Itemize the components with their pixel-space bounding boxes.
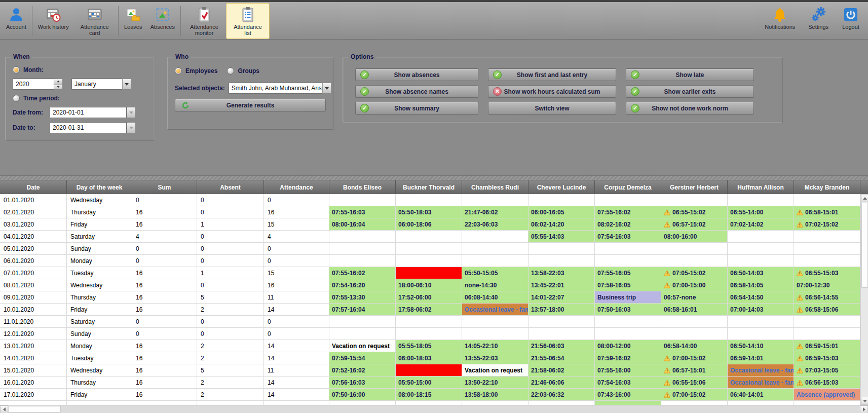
- show-not-done-work-norm-button[interactable]: Show not done work norm: [626, 102, 754, 115]
- toolbar-button-logout[interactable]: Logout: [838, 3, 864, 39]
- option-button-label: Show earlier exits: [664, 88, 715, 95]
- cell-employee-corpuz-demelza: [595, 401, 661, 405]
- column-header-buckner-thorvald[interactable]: Buckner Thorvald: [396, 180, 462, 194]
- refresh-icon: [181, 101, 190, 109]
- switch-view-button[interactable]: Switch view: [488, 102, 616, 115]
- cell-absent: 1: [197, 218, 264, 230]
- cell-date: 07.01.2020: [0, 267, 67, 279]
- toolbar-button-work-history[interactable]: Work history: [34, 3, 73, 39]
- show-absences-button[interactable]: Show absences: [355, 68, 478, 81]
- cell-attendance: 14: [264, 340, 329, 352]
- column-header-mckay-branden[interactable]: Mckay Branden: [794, 180, 860, 194]
- cell-employee-corpuz-demelza: 07:55-16:05: [595, 267, 661, 279]
- cell-text: 06:00-16:05: [531, 209, 564, 216]
- scroll-right-button[interactable]: [860, 405, 868, 413]
- cell-sum: 16: [132, 340, 197, 352]
- cell-employee-chevere-lucinde: [529, 401, 595, 405]
- scroll-left-button[interactable]: [0, 405, 8, 413]
- cell-text: 07:50-16:03: [597, 306, 630, 313]
- month-radio[interactable]: [13, 66, 20, 73]
- cell-employee-corpuz-demelza: [595, 243, 661, 254]
- month-select-arrow[interactable]: [122, 79, 131, 90]
- column-header-attendance[interactable]: Attendance: [264, 180, 329, 194]
- cell-text: 17:58-06:02: [398, 306, 431, 313]
- cell-employee-mckay-branden: 06:58-15:01: [794, 206, 860, 218]
- horizontal-scroll-thumb[interactable]: [9, 406, 61, 412]
- year-spin-up-button[interactable]: [54, 79, 62, 85]
- check-on-icon: [360, 104, 369, 112]
- year-input[interactable]: [13, 79, 54, 90]
- show-late-button[interactable]: Show late: [626, 68, 754, 81]
- cell-employee-buckner-thorvald: 17:58-06:02: [396, 304, 462, 315]
- toolbar-button-leaves[interactable]: Leaves: [120, 3, 146, 39]
- show-first-and-last-entry-button[interactable]: Show first and last entry: [488, 68, 616, 81]
- horizontal-scrollbar[interactable]: [0, 405, 868, 413]
- show-absence-names-button[interactable]: Show absence names: [355, 85, 478, 98]
- show-work-hours-calculated-sum-button[interactable]: Show work hours calculated sum: [488, 85, 616, 98]
- attendance-table: DateDay of the weekSumAbsentAttendanceBo…: [0, 180, 868, 405]
- cell-text: 07:55-16:02: [597, 209, 630, 216]
- column-header-corpuz-demelza[interactable]: Corpuz Demelza: [595, 180, 661, 194]
- column-header-huffman-allison[interactable]: Huffman Allison: [728, 180, 794, 194]
- column-header-sum[interactable]: Sum: [132, 180, 197, 194]
- scroll-down-button[interactable]: [861, 397, 868, 405]
- generate-results-button[interactable]: Generate results: [175, 99, 326, 111]
- cell-employee-bonds-eliseo: Vacation on request: [329, 340, 396, 352]
- show-earlier-exits-button[interactable]: Show earlier exits: [626, 85, 754, 98]
- groups-radio[interactable]: [227, 67, 234, 74]
- date-to-arrow[interactable]: [127, 122, 136, 133]
- toolbar-separator: [180, 6, 181, 36]
- column-header-absent[interactable]: Absent: [197, 180, 264, 194]
- cell-text: 21:46-06:06: [531, 379, 564, 386]
- date-from-input[interactable]: [50, 107, 127, 118]
- column-header-bonds-eliseo[interactable]: Bonds Eliseo: [329, 180, 396, 194]
- table-row: 02.01.2020Thursday1601607:55-16:0305:50-…: [0, 206, 860, 218]
- date-from-arrow[interactable]: [127, 107, 136, 118]
- cell-employee-buckner-thorvald: 05:50-18:03: [396, 206, 462, 218]
- toolbar-button-account[interactable]: Account: [2, 3, 30, 39]
- cell-employee-chambless-rudi: 13:50-22:10: [462, 377, 529, 388]
- time-period-radio[interactable]: [13, 95, 20, 102]
- cell-employee-huffman-allison: [728, 243, 794, 254]
- cell-employee-bonds-eliseo: 07:59-15:54: [329, 352, 396, 364]
- cell-employee-chevere-lucinde: 13:45-22:01: [529, 279, 595, 291]
- column-header-chevere-lucinde[interactable]: Chevere Lucinde: [529, 180, 595, 194]
- cell-employee-mckay-branden: Absence (approved): [794, 389, 860, 400]
- scroll-up-button[interactable]: [861, 194, 868, 202]
- toolbar-button-attendance-monitor[interactable]: Attendance monitor: [182, 3, 226, 39]
- toolbar-button-absences[interactable]: Absences: [146, 3, 179, 39]
- cell-employee-mckay-branden: [794, 194, 860, 206]
- cell-employee-huffman-allison: [728, 316, 794, 327]
- cell-employee-bonds-eliseo: [329, 194, 396, 206]
- month-select[interactable]: January: [71, 79, 131, 90]
- panel-splitter[interactable]: [0, 175, 868, 180]
- cell-employee-bonds-eliseo: 07:57-16:04: [329, 304, 396, 315]
- cell-date: 01.01.2020: [0, 194, 67, 206]
- table-header-row: DateDay of the weekSumAbsentAttendanceBo…: [0, 180, 868, 194]
- column-header-day-of-the-week[interactable]: Day of the week: [67, 180, 132, 194]
- selected-objects-arrow[interactable]: [322, 83, 331, 94]
- employees-radio[interactable]: [175, 67, 182, 74]
- column-header-gerstner-herbert[interactable]: Gerstner Herbert: [661, 180, 728, 194]
- selected-objects-select[interactable]: Smith John, Arab Muhannad, Arispe An: [229, 83, 331, 94]
- cell-employee-mckay-branden: [794, 316, 860, 327]
- check-on-icon: [631, 70, 639, 79]
- vertical-scrollbar[interactable]: [860, 194, 868, 405]
- toolbar-button-settings[interactable]: Settings: [804, 3, 833, 39]
- toolbar-button-attendance-list[interactable]: Attendance list: [226, 3, 270, 39]
- toolbar-button-attendance-card[interactable]: Attendance card: [73, 3, 117, 39]
- warning-icon: [664, 392, 670, 398]
- toolbar-button-notifications[interactable]: Notifications: [761, 3, 799, 39]
- cell-sum: 0: [132, 255, 197, 267]
- vertical-scroll-thumb[interactable]: [861, 203, 868, 288]
- cell-employee-chambless-rudi: [462, 328, 529, 340]
- year-spin-down-button[interactable]: [54, 85, 62, 90]
- cell-text: 14:01-22:07: [531, 294, 564, 301]
- cell-employee-gerstner-herbert: 06:57-15:02: [661, 218, 728, 230]
- date-to-input[interactable]: [50, 122, 127, 133]
- show-summary-button[interactable]: Show summary: [355, 102, 478, 115]
- column-header-date[interactable]: Date: [0, 180, 67, 194]
- cell-employee-mckay-branden: 06:56-14:55: [794, 291, 860, 303]
- column-header-chambless-rudi[interactable]: Chambless Rudi: [462, 180, 529, 194]
- table-row: 04.01.2020Saturday40405:55-14:0307:54-16…: [0, 231, 860, 243]
